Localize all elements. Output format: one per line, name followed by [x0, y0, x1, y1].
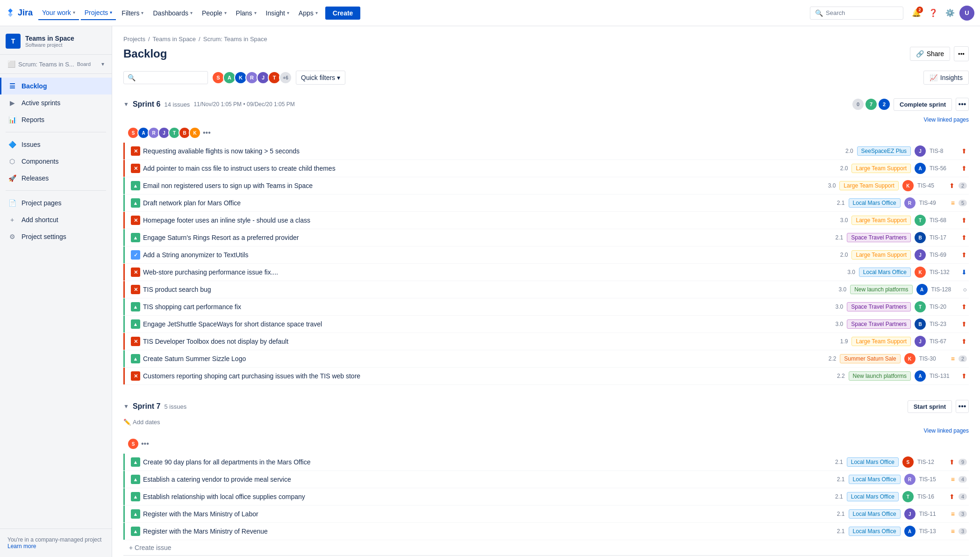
learn-more-link[interactable]: Learn more — [7, 543, 36, 550]
issue-type-icon: ▲ — [131, 181, 140, 190]
epic-tag[interactable]: Local Mars Office — [849, 475, 901, 484]
breadcrumb-scrum[interactable]: Scrum: Teams in Space — [203, 36, 267, 43]
issue-row[interactable]: ✕TIS product search bug3.0New launch pla… — [123, 281, 969, 298]
sidebar-chevron[interactable]: ▾ — [101, 61, 104, 67]
nav-logo[interactable]: Jira — [6, 8, 33, 18]
issue-row[interactable]: ▲Create Saturn Summer Sizzle Logo2.2Summ… — [123, 350, 969, 368]
breadcrumb-teams-in-space[interactable]: Teams in Space — [153, 36, 196, 43]
nav-people[interactable]: People ▾ — [198, 7, 230, 20]
epic-tag[interactable]: Large Team Support — [851, 250, 911, 260]
quick-filters-button[interactable]: Quick filters ▾ — [296, 71, 345, 85]
shortcut-icon: + — [7, 215, 17, 224]
issue-avatar: A — [904, 526, 916, 537]
epic-tag[interactable]: Local Mars Office — [847, 492, 899, 501]
issue-row[interactable]: ✕Requesting avaliable flights is now tak… — [123, 143, 969, 160]
nav-your-work[interactable]: Your work ▾ — [38, 6, 79, 20]
insights-button[interactable]: 📈 Insights — [923, 71, 969, 85]
sidebar-item-backlog[interactable]: ☰ Backlog — [0, 78, 112, 94]
epic-tag[interactable]: Large Team Support — [839, 181, 899, 190]
epic-tag[interactable]: SeeSpaceEZ Plus — [857, 146, 911, 156]
backlog-search[interactable]: 🔍 — [123, 71, 208, 84]
notifications-button[interactable]: 🔔 2 — [909, 6, 924, 21]
board-link[interactable]: ⬜ Scrum: Teams in S... Board ▾ — [6, 58, 106, 71]
complete-sprint-button[interactable]: Complete sprint — [894, 98, 952, 111]
sidebar-item-releases[interactable]: 🚀 Releases — [0, 170, 112, 187]
sidebar-item-active-sprints[interactable]: ▶ Active sprints — [0, 94, 112, 111]
issue-row[interactable]: ✕Homepage footer uses an inline style - … — [123, 212, 969, 229]
issue-row[interactable]: ▲Establish a catering vendor to provide … — [123, 471, 969, 488]
sprint6-view-linked[interactable]: View linked pages — [123, 116, 969, 123]
epic-tag[interactable]: New launch platforms — [849, 371, 911, 381]
epic-tag[interactable]: Local Mars Office — [849, 527, 901, 536]
sprint7-more-dots[interactable]: ••• — [141, 440, 149, 448]
issue-summary: Web-store purchasing performance issue f… — [143, 268, 842, 276]
nav-projects[interactable]: Projects ▾ — [81, 6, 116, 20]
epic-tag[interactable]: Local Mars Office — [847, 457, 899, 467]
epic-tag[interactable]: Large Team Support — [851, 337, 911, 346]
settings-button[interactable]: ⚙️ — [943, 6, 958, 21]
issue-row[interactable]: ▲Email non registered users to sign up w… — [123, 177, 969, 195]
add-dates-button[interactable]: ✏️ Add dates — [123, 419, 969, 426]
issue-row[interactable]: ✕Web-store purchasing performance issue … — [123, 264, 969, 281]
issue-row[interactable]: ▲Establish relationship with local offic… — [123, 488, 969, 506]
sidebar-item-issues[interactable]: 🔷 Issues — [0, 136, 112, 153]
sprint6-stats: 0 7 2 — [852, 99, 890, 110]
issue-row[interactable]: ▲Register with the Mars Ministry of Reve… — [123, 523, 969, 540]
issue-type-icon: ✕ — [131, 216, 140, 225]
breadcrumb: Projects / Teams in Space / Scrum: Teams… — [123, 36, 969, 43]
user-avatar[interactable]: U — [959, 6, 974, 21]
sidebar-item-project-pages[interactable]: 📄 Project pages — [0, 195, 112, 211]
help-button[interactable]: ❓ — [926, 6, 941, 21]
sprint7-view-linked[interactable]: View linked pages — [123, 427, 969, 434]
nav-insight[interactable]: Insight ▾ — [262, 7, 293, 20]
nav-apps[interactable]: Apps ▾ — [295, 7, 322, 20]
sprint6-more-button[interactable]: ••• — [956, 98, 969, 111]
sidebar-item-reports[interactable]: 📊 Reports — [0, 111, 112, 128]
issue-points: 2.1 — [832, 528, 845, 535]
create-button[interactable]: Create — [325, 7, 361, 20]
epic-tag[interactable]: Space Travel Partners — [847, 233, 911, 242]
issue-row[interactable]: ▲Draft network plan for Mars Office2.1Lo… — [123, 195, 969, 212]
create-issue-button[interactable]: + Create issue — [123, 540, 969, 555]
sprint6-toggle[interactable]: ▼ — [123, 101, 129, 108]
issue-row[interactable]: ✕Add pointer to main css file to instruc… — [123, 160, 969, 177]
sidebar-item-project-settings[interactable]: ⚙ Project settings — [0, 228, 112, 245]
sprint7-toggle[interactable]: ▼ — [123, 403, 129, 410]
nav-plans[interactable]: Plans ▾ — [232, 7, 260, 20]
issue-row[interactable]: ▲Engage JetShuttle SpaceWays for short d… — [123, 316, 969, 333]
issue-row[interactable]: ✓Add a String anonymizer to TextUtils2.0… — [123, 246, 969, 264]
epic-tag[interactable]: Summer Saturn Sale — [840, 354, 900, 363]
sprint6-more-dots[interactable]: ••• — [203, 129, 211, 137]
issue-left-border — [123, 212, 125, 229]
sidebar-item-components[interactable]: ⬡ Components — [0, 153, 112, 170]
issue-points: 1.9 — [835, 338, 848, 345]
sidebar-item-add-shortcut[interactable]: + Add shortcut — [0, 211, 112, 228]
epic-tag[interactable]: Space Travel Partners — [847, 302, 911, 311]
epic-tag[interactable]: Large Team Support — [851, 164, 911, 173]
sprint7-more-button[interactable]: ••• — [956, 400, 969, 413]
sidebar: T Teams in Space Software project ⬜ Scru… — [0, 26, 112, 557]
issue-row[interactable]: ▲Engage Saturn's Rings Resort as a prefe… — [123, 229, 969, 246]
issue-row[interactable]: ▲TIS shopping cart performance fix3.0Spa… — [123, 298, 969, 316]
issue-points: 2.1 — [830, 234, 843, 241]
issue-row[interactable]: ✕TIS Developer Toolbox does not display … — [123, 333, 969, 350]
epic-tag[interactable]: Local Mars Office — [849, 509, 901, 519]
epic-tag[interactable]: Local Mars Office — [859, 268, 911, 277]
epic-tag[interactable]: Large Team Support — [851, 216, 911, 225]
avatar-more[interactable]: +6 — [279, 71, 292, 84]
global-search[interactable]: 🔍 Search — [810, 7, 903, 20]
share-button[interactable]: 🔗 Share — [910, 47, 950, 61]
issue-row[interactable]: ▲Register with the Mars Ministry of Labo… — [123, 506, 969, 523]
more-actions-button[interactable]: ••• — [954, 46, 969, 61]
issue-row[interactable]: ▲Create 90 day plans for all departments… — [123, 454, 969, 471]
start-sprint-button[interactable]: Start sprint — [908, 400, 952, 413]
epic-tag[interactable]: Local Mars Office — [849, 198, 901, 208]
issue-row[interactable]: ✕Customers reporting shoping cart purcha… — [123, 368, 969, 385]
nav-filters[interactable]: Filters ▾ — [118, 7, 147, 20]
epic-tag[interactable]: Space Travel Partners — [847, 319, 911, 329]
epic-tag[interactable]: New launch platforms — [850, 285, 912, 294]
nav-dashboards[interactable]: Dashboards ▾ — [149, 7, 196, 20]
search-input[interactable] — [138, 74, 204, 81]
search-icon: 🔍 — [815, 9, 823, 17]
breadcrumb-projects[interactable]: Projects — [123, 36, 145, 43]
